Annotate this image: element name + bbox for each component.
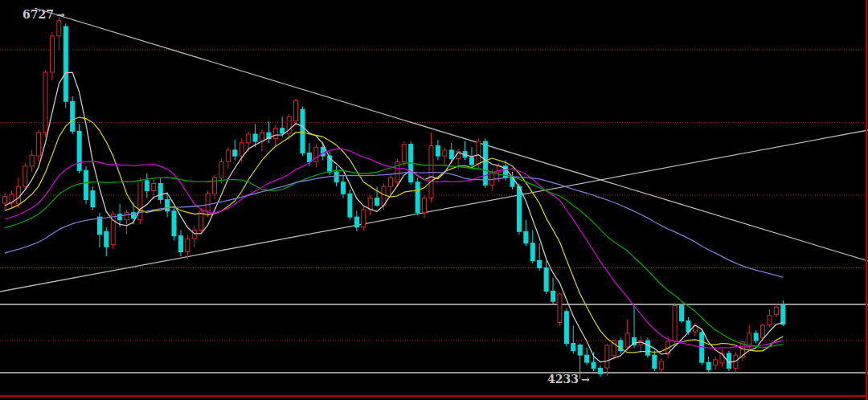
- high-price-label: 6727: [23, 9, 54, 20]
- low-arrow-icon: →: [581, 374, 589, 385]
- high-price-annotation: 6727→: [23, 9, 64, 20]
- high-arrow-icon: →: [56, 10, 64, 20]
- candles: [3, 17, 785, 379]
- ma10-line: [5, 117, 783, 353]
- descending-resistance: [35, 8, 868, 261]
- low-price-label: 4233: [547, 373, 579, 385]
- candlestick-chart-panel: 6727→ 4233→: [0, 0, 868, 400]
- chart-canvas[interactable]: [0, 0, 868, 400]
- trend-lines: [0, 8, 868, 292]
- ascending-support: [0, 130, 868, 292]
- low-price-annotation: 4233→: [547, 373, 589, 385]
- grid-lines: [0, 50, 868, 341]
